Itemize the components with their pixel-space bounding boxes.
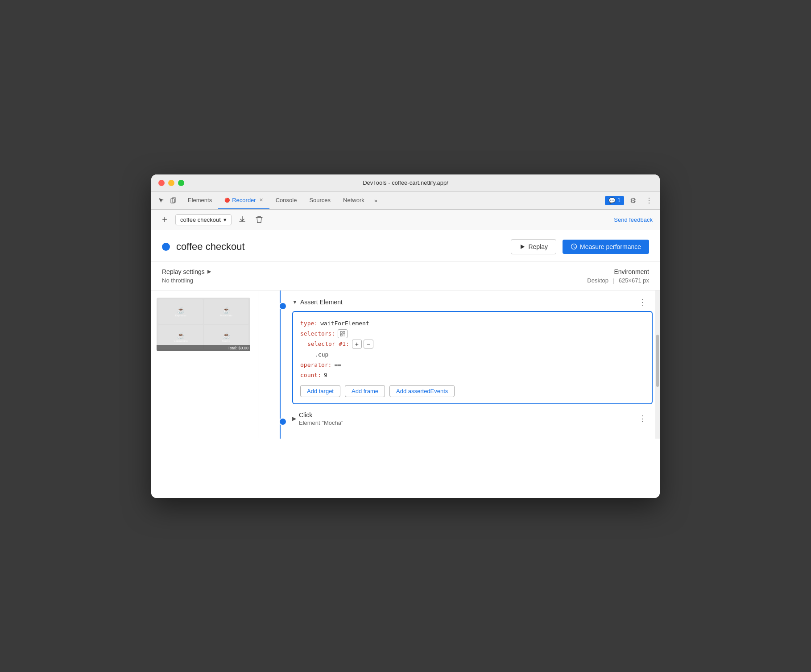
- window-title: DevTools - coffee-cart.netlify.app/: [363, 179, 448, 186]
- tab-recorder[interactable]: 🔴 Recorder ✕: [218, 192, 269, 209]
- click-step-content: ▶ Click Element "Mocha" ⋮: [265, 411, 653, 426]
- maximize-button[interactable]: [178, 180, 184, 186]
- settings-bar: Replay settings ▶ No throttling Environm…: [151, 262, 660, 290]
- replay-settings-arrow-icon: ▶: [207, 269, 211, 274]
- minimize-button[interactable]: [168, 180, 174, 186]
- assert-expand-icon[interactable]: ▼: [292, 299, 298, 305]
- selector-picker-button[interactable]: [338, 329, 348, 338]
- title-bar: DevTools - coffee-cart.netlify.app/: [151, 174, 660, 192]
- assert-step-more-button[interactable]: ⋮: [637, 296, 649, 308]
- selector-add-remove: + −: [352, 340, 373, 348]
- coffee-item-macchiato: ☕ Macchiato: [204, 299, 248, 324]
- environment-detail: Desktop | 625×671 px: [587, 277, 649, 284]
- recording-status-dot: [162, 243, 170, 251]
- svg-rect-4: [340, 332, 342, 333]
- scrollbar[interactable]: [655, 290, 660, 439]
- tab-elements[interactable]: Elements: [182, 192, 218, 209]
- coffee-item-espresso: ☕ Espresso: [158, 299, 203, 324]
- replay-settings-toggle[interactable]: Replay settings ▶: [162, 268, 587, 275]
- selector-num-line: selector #1: + −: [300, 339, 645, 349]
- cursor-icon[interactable]: [155, 194, 167, 207]
- measure-performance-button[interactable]: Measure performance: [563, 240, 649, 254]
- add-target-button[interactable]: Add target: [300, 385, 340, 397]
- tab-close-icon[interactable]: ✕: [259, 197, 263, 203]
- steps-content: ▼ Assert Element ⋮ type: waitForElement …: [258, 290, 660, 439]
- click-step-title: Click: [299, 411, 637, 419]
- assert-action-buttons: Add target Add frame Add assertedEvents: [300, 385, 645, 397]
- type-line: type: waitForElement: [300, 318, 645, 328]
- export-icon[interactable]: [236, 213, 248, 226]
- selector-value-line: .cup: [300, 349, 645, 360]
- count-line: count: 9: [300, 370, 645, 380]
- remove-selector-button[interactable]: −: [364, 340, 373, 348]
- steps-area: ☕ Espresso ☕ Macchiato ☕ Cappuccino ☕: [151, 290, 660, 439]
- svg-marker-2: [521, 245, 525, 249]
- click-expand-icon[interactable]: ▶: [292, 415, 296, 422]
- throttling-label: No throttling: [162, 277, 587, 284]
- main-content: coffee checkout Replay Measure performan…: [151, 230, 660, 498]
- devtools-window: DevTools - coffee-cart.netlify.app/ Elem…: [151, 174, 660, 498]
- recording-thumbnail: ☕ Espresso ☕ Macchiato ☕ Cappuccino ☕: [157, 298, 250, 351]
- more-options-icon[interactable]: ⋮: [642, 194, 656, 207]
- add-asserted-events-button[interactable]: Add assertedEvents: [389, 385, 455, 397]
- assert-element-card: type: waitForElement selectors: s: [292, 311, 653, 404]
- tabs-bar: Elements 🔴 Recorder ✕ Console Sources Ne…: [151, 192, 660, 210]
- tab-console[interactable]: Console: [269, 192, 303, 209]
- thumbnail-total: Total: $0.00: [157, 345, 250, 351]
- click-step: ▶ Click Element "Mocha" ⋮: [265, 411, 653, 426]
- recording-header: coffee checkout Replay Measure performan…: [151, 230, 660, 262]
- scrollbar-thumb[interactable]: [656, 335, 659, 386]
- assert-step-header: ▼ Assert Element ⋮: [265, 296, 653, 308]
- tab-more-icon[interactable]: »: [371, 192, 381, 209]
- messages-badge[interactable]: 💬 1: [605, 196, 624, 205]
- add-selector-button[interactable]: +: [352, 340, 362, 348]
- add-frame-button[interactable]: Add frame: [345, 385, 385, 397]
- chevron-down-icon: ▾: [223, 216, 227, 223]
- close-button[interactable]: [158, 180, 165, 186]
- assert-step-title: Assert Element: [300, 299, 637, 306]
- thumbnail-panel: ☕ Espresso ☕ Macchiato ☕ Cappuccino ☕: [151, 290, 258, 439]
- recording-selector[interactable]: coffee checkout ▾: [175, 214, 232, 225]
- click-step-more-button[interactable]: ⋮: [637, 412, 649, 425]
- add-recording-button[interactable]: +: [158, 213, 171, 226]
- tab-sources[interactable]: Sources: [303, 192, 337, 209]
- step-dot-click: [279, 418, 287, 426]
- copy-icon[interactable]: [167, 194, 180, 207]
- step-dot-assert: [279, 302, 287, 310]
- settings-left: Replay settings ▶ No throttling: [162, 268, 587, 284]
- click-step-subtitle: Element "Mocha": [299, 419, 637, 426]
- svg-rect-6: [340, 334, 342, 336]
- tab-network[interactable]: Network: [337, 192, 371, 209]
- settings-right: Environment Desktop | 625×671 px: [587, 268, 649, 284]
- environment-label: Environment: [587, 268, 649, 275]
- settings-icon[interactable]: ⚙: [626, 194, 640, 207]
- assert-element-step: ▼ Assert Element ⋮ type: waitForElement …: [265, 296, 653, 404]
- svg-rect-7: [343, 334, 345, 336]
- replay-button[interactable]: Replay: [511, 239, 556, 254]
- recording-toolbar: + coffee checkout ▾ Send feedback: [151, 210, 660, 230]
- recording-title: coffee checkout: [176, 241, 505, 253]
- selectors-line: selectors:: [300, 328, 645, 339]
- tabs-list: Elements 🔴 Recorder ✕ Console Sources Ne…: [182, 192, 381, 209]
- traffic-lights: [158, 180, 184, 186]
- svg-rect-5: [343, 332, 345, 333]
- operator-line: operator: ==: [300, 360, 645, 370]
- send-feedback-link[interactable]: Send feedback: [614, 216, 653, 223]
- delete-icon[interactable]: [253, 213, 265, 226]
- tabs-right: 💬 1 ⚙ ⋮: [605, 194, 656, 207]
- record-icon: 🔴: [224, 198, 230, 203]
